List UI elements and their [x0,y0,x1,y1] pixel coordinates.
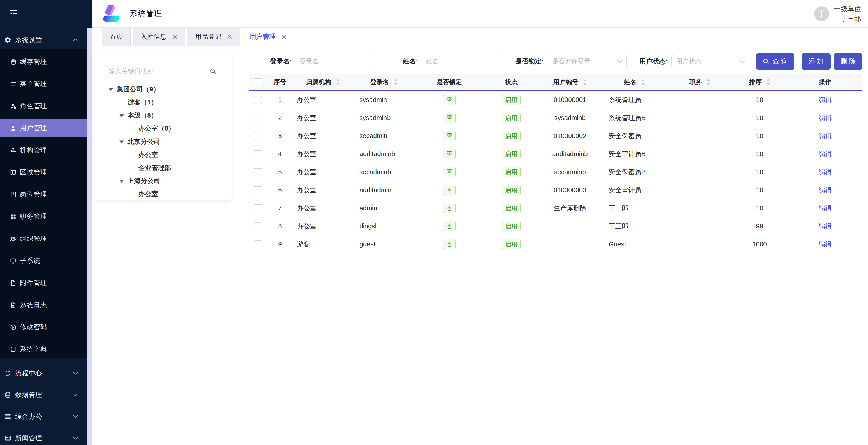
sitemap-icon [10,147,16,154]
tree-node-办公室[interactable]: 办公室 [94,148,231,161]
cell-locked: 否 [415,131,483,141]
sidebar-item-缓存管理[interactable]: 缓存管理 [0,53,87,71]
sidebar-item-菜单管理[interactable]: 菜单管理 [0,75,87,93]
menu-fold-icon[interactable] [10,9,18,17]
cell-org: 游客 [293,240,352,249]
sidebar-item-角色管理[interactable]: 角色管理 [0,97,87,115]
column-header-label[interactable]: 姓名 [624,78,637,87]
sidebar-group-综合办公[interactable]: 综合办公 [0,406,87,427]
add-button[interactable]: 添加 [802,54,831,69]
tree-node-游客（1）[interactable]: 游客（1） [94,96,231,109]
close-icon[interactable] [227,34,232,39]
sidebar-item-岗位管理[interactable]: 岗位管理 [0,186,87,203]
column-header-label[interactable]: 排序 [749,78,762,87]
tree-node-集团公司（9）[interactable]: 集团公司（9） [94,83,231,96]
user-info[interactable]: 一级单位 丁三郎 [834,4,861,24]
tree-node-办公室（8）[interactable]: 办公室（8） [94,122,231,135]
tab-用品登记[interactable]: 用品登记 [187,28,240,46]
search-button[interactable]: 查 询 [756,54,795,69]
sort-carets-icon[interactable] [707,79,710,85]
cell-org: 办公室 [293,132,352,140]
top-header: 系统管理 丁 一级单位 丁三郎 [92,0,868,28]
edit-link[interactable]: 编辑 [818,168,832,177]
tab-入库信息[interactable]: 入库信息 [132,28,185,46]
name-input[interactable] [421,55,502,68]
sidebar-item-子系统[interactable]: 子系统 [0,252,87,270]
delete-button[interactable]: 删除 [834,54,862,69]
sidebar-group-流程中心[interactable]: 流程中心 [0,362,87,384]
chevron-down-icon [73,393,78,396]
sort-carets-icon[interactable] [336,79,340,85]
tree-node-企业管理部[interactable]: 企业管理部 [94,161,231,174]
sidebar-item-附件管理[interactable]: 附件管理 [0,274,87,292]
row-checkbox[interactable] [254,186,262,194]
edit-link[interactable]: 编辑 [818,150,832,159]
sidebar-item-组织管理[interactable]: 组织管理 [0,230,87,248]
row-checkbox[interactable] [254,150,262,158]
sidebar-group-新闻管理[interactable]: 新闻管理 [0,427,87,445]
sort-carets-icon[interactable] [583,79,587,85]
sidebar-item-系统字典[interactable]: 系统字典 [0,340,87,358]
sort-carets-icon[interactable] [641,79,645,85]
tree-caret-icon[interactable] [108,87,114,92]
cell-name: Guest [600,241,668,248]
user-avatar[interactable]: 丁 [814,6,829,21]
column-header-label[interactable]: 登录名 [370,78,389,87]
edit-link[interactable]: 编辑 [818,95,832,104]
close-icon[interactable] [281,34,286,39]
sidebar-item-用户管理[interactable]: 用户管理 [0,119,87,137]
tab-首页[interactable]: 首页 [102,28,131,46]
column-header-label[interactable]: 归属机构 [306,78,332,87]
tab-用户管理[interactable]: 用户管理 [242,28,294,46]
column-header-状态: 状态 [483,78,539,87]
tab-label: 用品登记 [195,32,221,41]
row-checkbox-cell [249,168,267,176]
sidebar-item-区域管理[interactable]: 区域管理 [0,163,87,182]
row-checkbox[interactable] [254,96,262,104]
column-header-label[interactable]: 职务 [689,78,702,87]
login-name-input[interactable] [295,55,376,68]
edit-link[interactable]: 编辑 [818,186,832,195]
sidebar-group-系统设置[interactable]: 系统设置 [0,31,87,49]
tree-search-input[interactable] [104,65,206,77]
sort-carets-icon[interactable] [394,79,398,85]
row-checkbox[interactable] [254,168,262,176]
tree-node-北京分公司[interactable]: 北京分公司 [94,135,231,148]
role-icon [10,103,16,109]
cell-order: 10 [732,96,788,103]
select-all-checkbox[interactable] [254,78,262,86]
row-checkbox[interactable] [254,114,262,122]
tree-search-button[interactable] [206,65,220,77]
sidebar-item-系统日志[interactable]: 系统日志 [0,296,87,314]
locked-select[interactable]: 是否允许登录 [548,55,627,68]
monitor-icon [10,258,16,264]
sidebar-group-label: 数据管理 [15,390,42,400]
edit-link[interactable]: 编辑 [818,204,832,213]
sidebar-item-label: 区域管理 [20,168,47,177]
sidebar-item-机构管理[interactable]: 机构管理 [0,141,87,159]
sidebar-group-数据管理[interactable]: 数据管理 [0,384,87,406]
row-checkbox[interactable] [254,222,262,230]
tree-node-上海分公司[interactable]: 上海分公司 [94,174,231,188]
sidebar-item-职务管理[interactable]: 职务管理 [0,208,87,226]
column-header-label[interactable]: 用户编号 [553,78,579,87]
close-icon[interactable] [173,34,178,39]
edit-link[interactable]: 编辑 [818,240,832,249]
sort-carets-icon[interactable] [767,79,770,85]
tree-node-办公室[interactable]: 办公室 [94,188,231,201]
tree-node-本级（8）[interactable]: 本级（8） [94,109,231,122]
status-select[interactable]: 用户状态 [671,55,750,68]
edit-link[interactable]: 编辑 [818,222,832,231]
row-checkbox[interactable] [254,204,262,212]
edit-link[interactable]: 编辑 [818,132,832,140]
sidebar-item-修改密码[interactable]: 修改密码 [0,318,87,336]
status-badge: 启用 [502,131,521,141]
tree-caret-icon[interactable] [119,140,124,144]
tree-caret-icon[interactable] [119,114,124,118]
sidebar-item-label: 用户管理 [20,124,47,133]
row-checkbox[interactable] [254,132,262,140]
tree-caret-icon[interactable] [119,179,124,183]
edit-link[interactable]: 编辑 [818,114,832,123]
people-icon [10,236,16,242]
row-checkbox[interactable] [254,240,262,249]
